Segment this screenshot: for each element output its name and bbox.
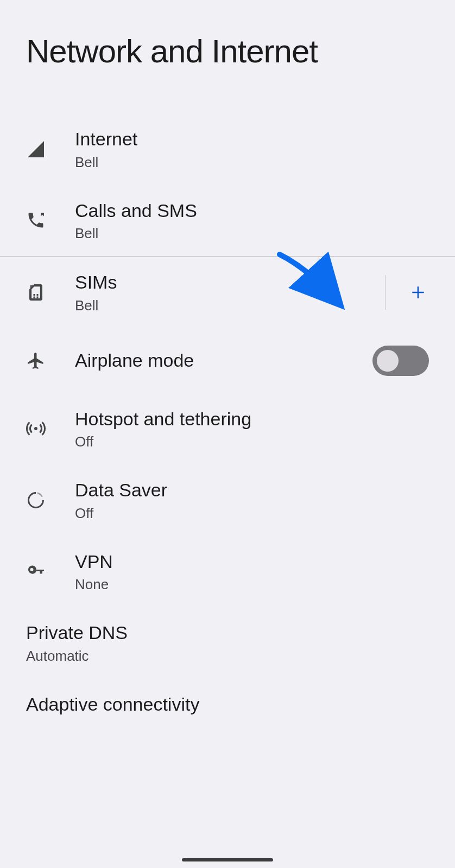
navigation-gesture-bar xyxy=(182,858,273,861)
add-sim-button[interactable] xyxy=(407,282,429,303)
row-private-dns[interactable]: Private DNS Automatic xyxy=(0,607,455,679)
row-subtitle: Bell xyxy=(75,225,429,242)
row-calls-sms[interactable]: Calls and SMS Bell xyxy=(0,185,455,257)
signal-cellular-icon xyxy=(26,139,75,159)
row-title: VPN xyxy=(75,550,429,573)
airplane-icon xyxy=(26,351,75,371)
row-subtitle: Bell xyxy=(75,154,429,171)
row-hotspot[interactable]: Hotspot and tethering Off xyxy=(0,393,455,465)
vertical-divider xyxy=(385,275,386,310)
row-data-saver[interactable]: Data Saver Off xyxy=(0,464,455,536)
row-title: Data Saver xyxy=(75,478,429,502)
row-title: Calls and SMS xyxy=(75,199,429,222)
row-title: SIMs xyxy=(75,271,385,294)
plus-icon xyxy=(409,284,427,301)
sim-card-icon xyxy=(26,283,75,302)
row-subtitle: Bell xyxy=(75,297,385,314)
data-saver-icon xyxy=(26,490,75,510)
row-title: Hotspot and tethering xyxy=(75,407,429,431)
row-title: Adaptive connectivity xyxy=(26,693,429,716)
row-subtitle: Automatic xyxy=(26,648,429,665)
page-title: Network and Internet xyxy=(0,0,455,113)
row-adaptive-connectivity[interactable]: Adaptive connectivity xyxy=(0,679,455,717)
phone-message-icon xyxy=(26,210,75,230)
hotspot-icon xyxy=(26,419,75,438)
row-subtitle: None xyxy=(75,576,429,593)
row-internet[interactable]: Internet Bell xyxy=(0,113,455,185)
vpn-key-icon xyxy=(26,561,75,581)
row-title: Internet xyxy=(75,127,429,151)
row-title: Private DNS xyxy=(26,621,429,644)
svg-point-0 xyxy=(34,427,37,430)
row-subtitle: Off xyxy=(75,505,429,522)
row-sims[interactable]: SIMs Bell xyxy=(0,257,455,328)
row-vpn[interactable]: VPN None xyxy=(0,536,455,608)
toggle-thumb xyxy=(377,350,399,372)
airplane-mode-toggle[interactable] xyxy=(372,346,429,376)
settings-list: Internet Bell Calls and SMS Bell SIMs Be… xyxy=(0,113,455,717)
row-airplane-mode[interactable]: Airplane mode xyxy=(0,328,455,393)
row-title: Airplane mode xyxy=(75,349,372,372)
row-subtitle: Off xyxy=(75,433,429,450)
